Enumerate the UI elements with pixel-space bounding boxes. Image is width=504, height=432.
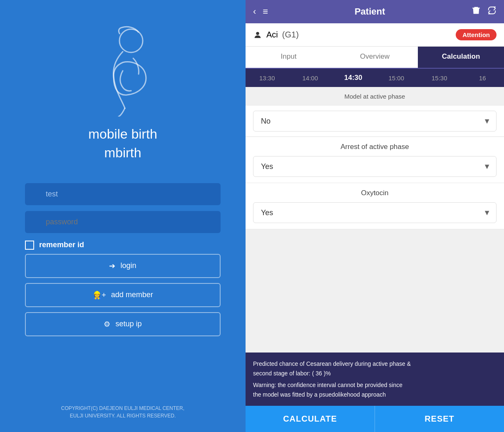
bottom-buttons: CALCULATE RESET xyxy=(246,406,504,432)
timeline-item-0[interactable]: 13:30 xyxy=(246,74,289,82)
username-wrapper: 👤 xyxy=(25,183,221,205)
password-wrapper: 🔒 xyxy=(25,211,221,233)
timeline-bar: 13:30 14:00 14:30 15:00 15:30 16 xyxy=(246,69,504,87)
tab-overview[interactable]: Overview xyxy=(332,47,418,68)
tab-calculation[interactable]: Calculation xyxy=(418,47,504,68)
share-button[interactable] xyxy=(487,6,497,17)
first-dropdown-container: No Yes ▼ xyxy=(253,111,497,132)
timeline-item-5[interactable]: 16 xyxy=(461,74,504,82)
tabs-row: Input Overview Calculation xyxy=(246,47,504,69)
prediction-line2: second stage of labor: ( 36 )% xyxy=(253,369,497,378)
patient-grade: (G1) xyxy=(282,30,299,40)
prediction-line3: Warning: the confidence interval cannot … xyxy=(253,380,497,390)
patient-name: Aci (G1) xyxy=(253,30,299,40)
oxytocin-label: Oxytocin xyxy=(253,189,497,197)
tab-input[interactable]: Input xyxy=(246,47,332,68)
setup-ip-button[interactable]: ⚙ setup ip xyxy=(25,312,221,336)
arrest-section: Arrest of active phase Yes No ▼ xyxy=(246,137,504,183)
header-actions xyxy=(472,6,497,17)
arrest-dropdown[interactable]: Yes No xyxy=(253,156,497,177)
header-title: Patient xyxy=(275,6,465,17)
reset-button[interactable]: RESET xyxy=(375,406,504,432)
pregnant-woman-icon xyxy=(85,25,160,117)
first-dropdown[interactable]: No Yes xyxy=(253,111,497,132)
remember-checkbox[interactable] xyxy=(25,241,34,250)
arrest-label: Arrest of active phase xyxy=(253,143,497,151)
gear-icon: ⚙ xyxy=(104,320,110,329)
password-input[interactable] xyxy=(25,211,221,233)
model-label: Model at active phase xyxy=(246,87,504,106)
oxytocin-dropdown[interactable]: Yes No xyxy=(253,202,497,223)
patient-icon xyxy=(253,30,262,40)
remember-row: remember id xyxy=(25,241,221,250)
add-member-label: add member xyxy=(111,290,153,299)
app-header: ‹ ≡ Patient xyxy=(246,0,504,23)
svg-point-4 xyxy=(256,32,259,35)
arrest-dropdown-section: Arrest of active phase Yes No ▼ xyxy=(246,137,504,183)
login-label: login xyxy=(120,261,136,270)
patient-bar: Aci (G1) Attention xyxy=(246,23,504,47)
login-icon: ➔ xyxy=(109,261,115,271)
add-member-button[interactable]: 👷+ add member xyxy=(25,283,221,307)
app-title: mobile birth mbirth xyxy=(88,125,157,162)
copyright-text: COPYRIGHT(C) DAEJEON EULJI MEDICAL CENTE… xyxy=(0,405,246,420)
setup-ip-label: setup ip xyxy=(115,320,142,328)
prediction-line1: Predicted chance of Cesarean delivery du… xyxy=(253,359,497,368)
first-dropdown-wrapper: No Yes ▼ xyxy=(246,106,504,137)
oxytocin-section: Oxytocin Yes No ▼ xyxy=(246,183,504,229)
username-input[interactable] xyxy=(25,183,221,205)
arrest-dropdown-container: Yes No ▼ xyxy=(253,156,497,177)
action-buttons: ➔ login 👷+ add member ⚙ setup ip xyxy=(25,254,221,336)
right-panel: ‹ ≡ Patient xyxy=(246,0,504,432)
left-panel: mobile birth mbirth 👤 🔒 remember id ➔ lo… xyxy=(0,0,246,432)
calculate-button[interactable]: CALCULATE xyxy=(246,406,375,432)
patient-name-text: Aci xyxy=(266,30,278,40)
remember-label: remember id xyxy=(39,241,84,249)
timeline-item-2[interactable]: 14:30 xyxy=(332,74,375,82)
menu-button[interactable]: ≡ xyxy=(263,6,268,17)
content-area: Model at active phase No Yes ▼ Arrest of… xyxy=(246,87,504,353)
add-member-icon: 👷+ xyxy=(92,290,106,300)
login-button[interactable]: ➔ login xyxy=(25,254,221,278)
logo-area: mobile birth mbirth xyxy=(85,25,160,162)
oxytocin-dropdown-section: Oxytocin Yes No ▼ xyxy=(246,183,504,229)
attention-badge: Attention xyxy=(456,29,497,40)
timeline-item-3[interactable]: 15:00 xyxy=(375,74,418,82)
prediction-area: Predicted chance of Cesarean delivery du… xyxy=(246,353,504,406)
timeline-item-1[interactable]: 14:00 xyxy=(289,74,332,82)
back-button[interactable]: ‹ xyxy=(253,6,256,17)
prediction-line4: the model was fitted by a psuedolikehood… xyxy=(253,390,497,399)
svg-point-0 xyxy=(119,29,143,52)
login-form: 👤 🔒 remember id xyxy=(25,183,221,250)
timeline-item-4[interactable]: 15:30 xyxy=(418,74,461,82)
delete-button[interactable] xyxy=(472,6,481,17)
oxytocin-dropdown-container: Yes No ▼ xyxy=(253,202,497,223)
